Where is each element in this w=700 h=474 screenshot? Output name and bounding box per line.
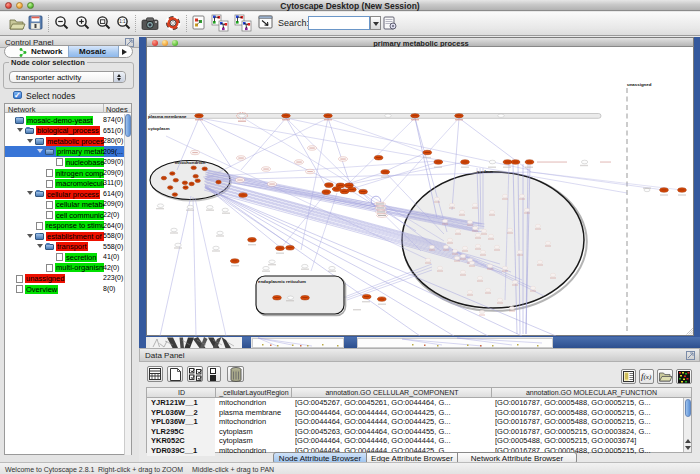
svg-text:endoplasmic reticulum: endoplasmic reticulum [258,279,306,284]
svg-text:cytoplasm: cytoplasm [148,126,170,131]
svg-text:unassigned: unassigned [627,82,652,87]
svg-text:1:1: 1:1 [119,19,126,24]
svg-text:plasma membrane: plasma membrane [148,114,187,119]
